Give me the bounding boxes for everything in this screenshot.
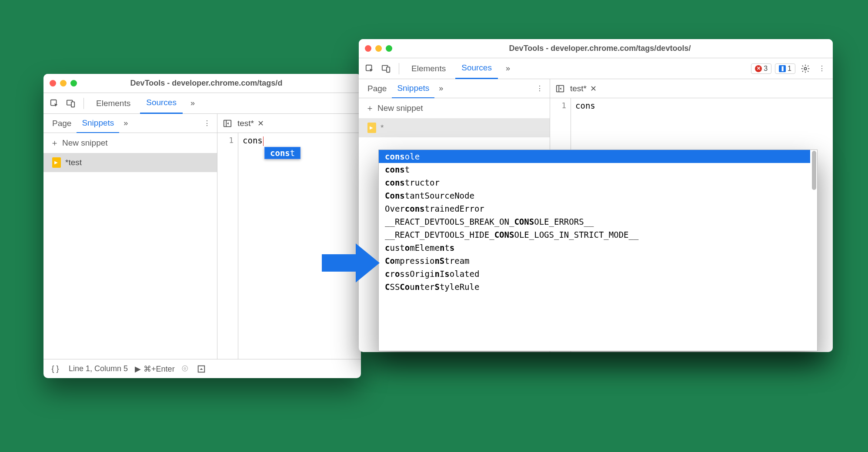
- autocomplete-item[interactable]: ConstantSourceNode: [379, 189, 810, 202]
- svg-rect-2: [71, 102, 74, 107]
- minimize-window-icon[interactable]: [375, 45, 382, 52]
- autocomplete-item[interactable]: __REACT_DEVTOOLS_BREAK_ON_CONSOLE_ERRORS…: [379, 215, 810, 228]
- open-file-tab[interactable]: test* ✕: [237, 119, 264, 128]
- more-subtabs-icon[interactable]: »: [119, 119, 132, 128]
- new-snippet-label: New snippet: [377, 103, 423, 113]
- main-toolbar: Elements Sources » ✕ 3 ❚ 1 ⋮: [359, 58, 833, 79]
- autocomplete-item[interactable]: __REACT_DEVTOOLS_HIDE_CONSOLE_LOGS_IN_ST…: [379, 228, 810, 241]
- maximize-window-icon[interactable]: [386, 45, 392, 52]
- subtab-snippets[interactable]: Snippets: [392, 79, 434, 98]
- snippet-file-icon: [52, 157, 61, 168]
- more-tabs-icon[interactable]: »: [186, 99, 199, 108]
- sidebar: ＋ New snippet *test: [43, 133, 217, 359]
- inspect-icon[interactable]: [363, 62, 376, 75]
- tab-sources[interactable]: Sources: [140, 93, 183, 114]
- tab-elements[interactable]: Elements: [405, 59, 452, 79]
- show-panel-icon[interactable]: [195, 362, 208, 376]
- device-toggle-icon[interactable]: [64, 97, 77, 110]
- plus-icon: ＋: [50, 137, 59, 149]
- errors-badge[interactable]: ✕ 3: [751, 63, 771, 74]
- close-tab-icon[interactable]: ✕: [590, 84, 597, 93]
- error-count: 3: [764, 65, 768, 73]
- separator: [83, 98, 84, 109]
- device-toggle-icon[interactable]: [380, 62, 393, 75]
- editor-text: cons: [243, 136, 263, 145]
- close-window-icon[interactable]: [50, 80, 56, 86]
- snippet-file-icon: [367, 123, 376, 133]
- new-snippet-button[interactable]: ＋ New snippet: [359, 98, 550, 118]
- text-cursor: [263, 136, 264, 146]
- line-number: 1: [217, 136, 234, 145]
- open-file-tab[interactable]: test* ✕: [570, 84, 597, 93]
- close-tab-icon[interactable]: ✕: [257, 119, 264, 128]
- titlebar: DevTools - developer.chrome.com/tags/dev…: [359, 39, 833, 58]
- more-subtabs-icon[interactable]: »: [434, 84, 447, 93]
- snippet-file-row[interactable]: *: [359, 118, 550, 137]
- run-snippet-button[interactable]: ▶ ⌘+Enter: [135, 364, 175, 374]
- subtab-snippets[interactable]: Snippets: [77, 114, 119, 133]
- coverage-icon[interactable]: ⦾: [182, 364, 188, 373]
- devtools-window-left: DevTools - developer.chrome.com/tags/d E…: [43, 74, 361, 378]
- titlebar: DevTools - developer.chrome.com/tags/d: [43, 74, 361, 93]
- svg-rect-8: [387, 67, 390, 72]
- snippet-file-row[interactable]: *test: [43, 153, 217, 172]
- autocomplete-item[interactable]: console: [379, 150, 810, 163]
- traffic-lights: [365, 45, 392, 52]
- pretty-print-icon[interactable]: { }: [49, 362, 62, 376]
- autocomplete-item[interactable]: const: [265, 147, 300, 159]
- line-gutter: 1: [217, 133, 238, 359]
- issue-count: 1: [788, 65, 791, 73]
- autocomplete-item[interactable]: customElements: [379, 241, 810, 254]
- maximize-window-icon[interactable]: [70, 80, 77, 86]
- issue-icon: ❚: [779, 65, 786, 72]
- more-options-icon[interactable]: ⋮: [200, 117, 214, 130]
- status-bar: { } Line 1, Column 5 ▶ ⌘+Enter ⦾: [43, 359, 361, 378]
- tab-sources[interactable]: Sources: [455, 58, 498, 79]
- close-window-icon[interactable]: [365, 45, 371, 52]
- tab-elements[interactable]: Elements: [90, 93, 137, 113]
- new-snippet-label: New snippet: [62, 138, 108, 148]
- traffic-lights: [50, 80, 77, 86]
- settings-icon[interactable]: [799, 62, 812, 75]
- autocomplete-item[interactable]: crossOriginIsolated: [379, 267, 810, 280]
- subtab-page[interactable]: Page: [362, 80, 392, 98]
- minimize-window-icon[interactable]: [60, 80, 67, 86]
- autocomplete-item[interactable]: CompressionStream: [379, 254, 810, 267]
- line-number: 1: [550, 101, 566, 110]
- open-file-name: test*: [570, 84, 587, 93]
- svg-point-9: [804, 67, 807, 70]
- autocomplete-popup[interactable]: const: [264, 147, 300, 159]
- transition-arrow-icon: [322, 243, 383, 282]
- autocomplete-item[interactable]: const: [379, 163, 810, 176]
- plus-icon: ＋: [366, 103, 374, 114]
- scrollbar-thumb[interactable]: [812, 151, 816, 190]
- autocomplete-popup-large[interactable]: consoleconstconstructorConstantSourceNod…: [378, 150, 818, 351]
- content-area: ＋ New snippet *test 1 cons const: [43, 133, 361, 359]
- play-icon: ▶: [135, 364, 141, 374]
- autocomplete-item[interactable]: constructor: [379, 176, 810, 189]
- sources-subbar: Page Snippets » ⋮ test* ✕: [359, 79, 833, 98]
- sources-subbar: Page Snippets » ⋮ test* ✕: [43, 114, 361, 133]
- run-shortcut: ⌘+Enter: [144, 364, 175, 374]
- autocomplete-item[interactable]: OverconstrainedError: [379, 202, 810, 215]
- toggle-navigator-icon[interactable]: [554, 82, 567, 95]
- inspect-icon[interactable]: [48, 97, 61, 110]
- open-file-name: test*: [237, 119, 254, 128]
- editor-text: cons: [575, 101, 595, 110]
- more-options-icon[interactable]: ⋮: [533, 82, 546, 95]
- snippet-file-name: *test: [65, 158, 82, 167]
- cursor-position: Line 1, Column 5: [69, 364, 128, 373]
- more-tabs-icon[interactable]: »: [501, 64, 514, 73]
- window-title: DevTools - developer.chrome.com/tags/d: [84, 79, 355, 88]
- main-toolbar: Elements Sources »: [43, 93, 361, 114]
- snippet-file-name: *: [381, 123, 384, 133]
- more-menu-icon[interactable]: ⋮: [815, 62, 828, 75]
- separator: [399, 63, 399, 74]
- window-title: DevTools - developer.chrome.com/tags/dev…: [399, 44, 827, 53]
- autocomplete-item[interactable]: CSSCounterStyleRule: [379, 280, 810, 293]
- toggle-navigator-icon[interactable]: [221, 117, 234, 130]
- new-snippet-button[interactable]: ＋ New snippet: [43, 133, 217, 153]
- error-icon: ✕: [755, 65, 762, 72]
- subtab-page[interactable]: Page: [47, 114, 77, 133]
- issues-badge[interactable]: ❚ 1: [775, 63, 795, 74]
